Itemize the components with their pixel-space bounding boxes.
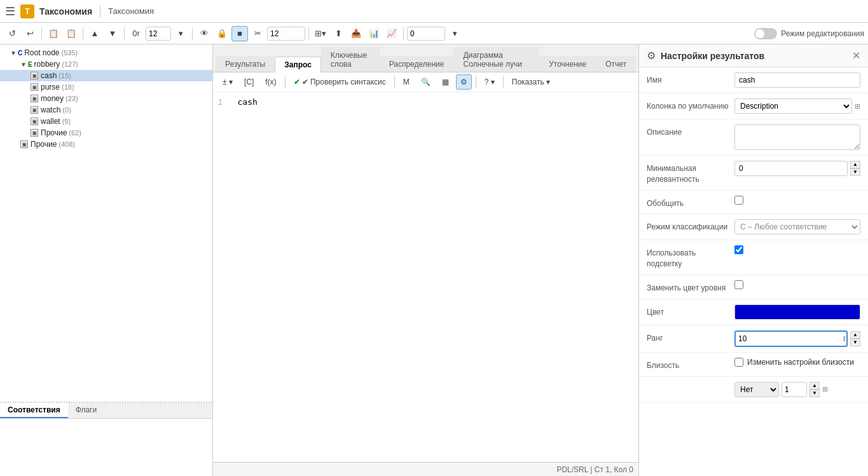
rank-spin-up[interactable]: ▲ [850, 331, 860, 339]
column-control: Description ⊞ [734, 99, 860, 114]
ed-check-syntax[interactable]: ✔ ✔ Проверить синтаксис [289, 74, 390, 90]
close-button[interactable]: ✕ [852, 50, 860, 62]
mode-toggle-switch[interactable] [754, 28, 777, 39]
cut-button[interactable]: ✂ [249, 26, 266, 41]
column-icon[interactable]: ⊞ [855, 102, 860, 111]
tab-refinement[interactable]: Уточнение [539, 56, 596, 72]
rank-input[interactable] [736, 332, 842, 346]
min-relevance-input[interactable] [734, 161, 848, 176]
panel-title: Настройки результатов [661, 51, 847, 61]
spin-down[interactable]: ▼ [850, 168, 860, 176]
refresh-button[interactable]: ↺ [4, 26, 20, 41]
tab-distribution[interactable]: Распределение [380, 56, 454, 72]
tab-query[interactable]: Запрос [275, 57, 321, 72]
counter-spin[interactable]: ▾ [446, 26, 463, 41]
ed-show-btn[interactable]: Показать ▾ [507, 74, 555, 90]
active-tb-btn[interactable]: ■ [231, 26, 248, 41]
line-number: 1 [218, 98, 223, 107]
size-input[interactable] [267, 27, 305, 41]
min-relevance-spin[interactable]: ▲ ▼ [850, 161, 860, 176]
tb-import-btn[interactable]: 📥 [348, 26, 364, 41]
tb-export-btn[interactable]: ⬆ [330, 26, 347, 41]
proximity-num-input[interactable] [782, 382, 807, 397]
proximity-control: Изменить настройки близости [734, 358, 860, 367]
replace-color-checkbox[interactable] [734, 280, 743, 289]
column-label: Колонка по умолчанию [647, 99, 729, 112]
menu-icon[interactable]: ☰ [5, 4, 15, 18]
replace-color-control [734, 280, 860, 289]
gear-icon: ⚙ [647, 50, 656, 62]
tree-item-watch[interactable]: ▣ watch (0) [0, 104, 212, 116]
tree-item-wallet[interactable]: ▣ wallet (9) [0, 116, 212, 127]
ed-search-btn[interactable]: 🔍 [417, 74, 435, 90]
editor-toolbar: ± ▾ [C] f(x) ✔ ✔ Проверить синтаксис M 🔍… [213, 72, 638, 92]
form-row-replace-color: Заменить цвет уровня [639, 275, 868, 299]
form-row-color: Цвет [639, 299, 868, 325]
rank-input-wrap: I [734, 330, 848, 347]
ed-bracket[interactable]: [C] [240, 74, 258, 90]
spin-up[interactable]: ▲ [850, 161, 860, 168]
zero-button[interactable]: 0r [128, 26, 144, 41]
bottom-panel: Соответствия Флаги [0, 402, 212, 476]
tab-flags[interactable]: Флаги [68, 403, 104, 418]
column-select[interactable]: Description [734, 99, 852, 114]
summarize-label: Обобщить [647, 196, 729, 209]
tb-chart-btn[interactable]: 📈 [383, 26, 400, 41]
proximity-checkbox[interactable] [734, 358, 743, 367]
tb-btn-2[interactable]: 📋 [63, 26, 79, 41]
tb-group-btn[interactable]: ⊞▾ [312, 26, 329, 41]
eye-button[interactable]: 👁 [196, 26, 212, 41]
ed-grid-btn[interactable]: ▦ [437, 74, 453, 90]
move-up-button[interactable]: ▲ [86, 26, 103, 41]
tree-item-prochie-robbery[interactable]: ▣ Прочие (62) [0, 127, 212, 139]
tree-item-robbery[interactable]: ▼ E robbery (127) [0, 58, 212, 70]
mode-toggle-area: Режим редактирования [754, 28, 864, 39]
ed-plus-minus[interactable]: ± ▾ [218, 74, 237, 90]
tab-keywords[interactable]: Ключевые слова [321, 47, 380, 72]
lock-button[interactable]: 🔒 [214, 26, 230, 41]
rank-spin-down[interactable]: ▼ [850, 339, 860, 346]
tree-arrow-robbery[interactable]: ▼ [20, 61, 27, 68]
mode-toggle-label: Режим редактирования [781, 29, 864, 38]
ed-formula[interactable]: f(x) [261, 74, 280, 90]
tree-item-prochie-top[interactable]: ▣ Прочие (408) [0, 139, 212, 150]
name-input[interactable] [734, 72, 860, 88]
tree-item-root[interactable]: ▼ C Root node (535) [0, 47, 212, 58]
summarize-checkbox[interactable] [734, 196, 743, 205]
move-down-button[interactable]: ▼ [104, 26, 121, 41]
tab-results[interactable]: Результаты [216, 56, 275, 72]
description-textarea[interactable] [734, 125, 860, 150]
prox-spin[interactable]: ▲ ▼ [809, 382, 820, 397]
number-input[interactable]: 12 [146, 27, 171, 41]
tab-sunburst[interactable]: Диаграмма Солнечные лучи [453, 47, 539, 72]
description-control [734, 125, 860, 150]
tree-item-money[interactable]: ▣ money (23) [0, 93, 212, 104]
tree-item-cash[interactable]: ▣ cash (15) [0, 70, 212, 81]
ed-help-btn[interactable]: ? ▾ [480, 74, 499, 90]
ed-m-btn[interactable]: M [399, 74, 414, 90]
form-row-name: Имя [639, 67, 868, 93]
tree-item-purse[interactable]: ▣ purse (18) [0, 81, 212, 93]
proximity-select[interactable]: Нет [734, 382, 779, 397]
tab-report[interactable]: Отчет [596, 56, 636, 72]
highlight-checkbox[interactable] [734, 245, 743, 254]
rank-spin[interactable]: ▲ ▼ [850, 331, 860, 346]
name-label: Имя [647, 72, 729, 86]
tb-btn-1[interactable]: 📋 [45, 26, 62, 41]
counter-input[interactable]: 0 [407, 27, 445, 41]
classification-select[interactable]: С – Любое соответствие [734, 219, 860, 235]
code-content[interactable]: cash [238, 97, 258, 107]
tb-dropdown-1[interactable]: ▾ [172, 26, 189, 41]
tab-matches[interactable]: Соответствия [0, 403, 68, 418]
proximity-settings-icon[interactable]: ⊞ [822, 385, 828, 393]
toolbar: ↺ ↩ 📋 📋 ▲ ▼ 0r 12 ▾ 👁 🔒 ■ ✂ ⊞▾ ⬆ 📥 📊 📈 0… [0, 23, 868, 44]
form-row-highlight: Использовать подсветку [639, 240, 868, 275]
left-panel: ▼ C Root node (535) ▼ E robbery (127) ▣ … [0, 44, 213, 476]
tb-report-btn[interactable]: 📊 [366, 26, 382, 41]
prox-spin-up[interactable]: ▲ [809, 382, 820, 390]
color-picker[interactable] [734, 304, 860, 320]
undo-button[interactable]: ↩ [22, 26, 38, 41]
tree-arrow-root[interactable]: ▼ [10, 50, 17, 57]
prox-spin-down[interactable]: ▼ [809, 390, 820, 397]
ed-settings-btn[interactable]: ⚙ [456, 74, 472, 90]
